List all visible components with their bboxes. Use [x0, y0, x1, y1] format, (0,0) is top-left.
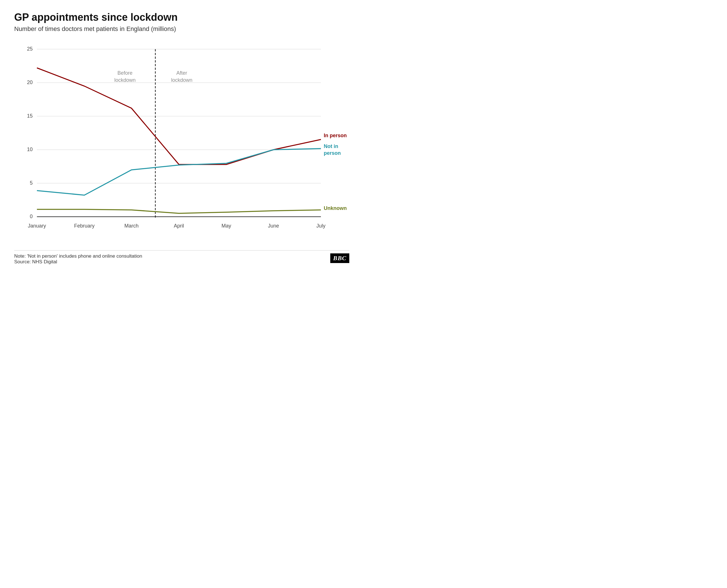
x-label-apr: April	[174, 223, 184, 229]
unknown-line	[37, 209, 321, 213]
not-in-person-label-line2: person	[324, 150, 341, 156]
x-label-mar: March	[124, 223, 138, 229]
x-label-feb: February	[74, 223, 94, 229]
y-label-10: 10	[27, 147, 33, 152]
not-in-person-line	[37, 149, 321, 195]
x-label-may: May	[221, 223, 231, 229]
unknown-label: Unknown	[324, 205, 347, 211]
after-lockdown-label: After	[176, 70, 187, 76]
y-label-25: 25	[27, 46, 33, 52]
footer-source: Source: NHS Digital	[14, 259, 142, 265]
after-lockdown-sublabel: lockdown	[171, 77, 192, 83]
footer-notes: Note: 'Not in person' includes phone and…	[14, 253, 142, 265]
before-lockdown-sublabel: lockdown	[114, 77, 135, 83]
chart-subtitle: Number of times doctors met patients in …	[14, 25, 349, 33]
in-person-label: In person	[324, 133, 347, 138]
before-lockdown-label: Before	[117, 70, 132, 76]
y-label-15: 15	[27, 113, 33, 119]
chart-svg: .axis-label { font-family: Arial, Helvet…	[14, 41, 349, 245]
chart-area: .axis-label { font-family: Arial, Helvet…	[14, 41, 349, 245]
footer-note: Note: 'Not in person' includes phone and…	[14, 253, 142, 259]
y-label-5: 5	[30, 180, 33, 186]
not-in-person-label-line1: Not in	[324, 144, 338, 149]
x-label-jan: January	[28, 223, 46, 229]
y-label-20: 20	[27, 80, 33, 85]
x-label-jun: June	[268, 223, 279, 229]
bbc-logo: BBC	[330, 253, 349, 263]
chart-title: GP appointments since lockdown	[14, 12, 349, 23]
y-label-0: 0	[30, 214, 33, 219]
chart-footer: Note: 'Not in person' includes phone and…	[14, 250, 349, 265]
x-label-jul: July	[316, 223, 325, 229]
